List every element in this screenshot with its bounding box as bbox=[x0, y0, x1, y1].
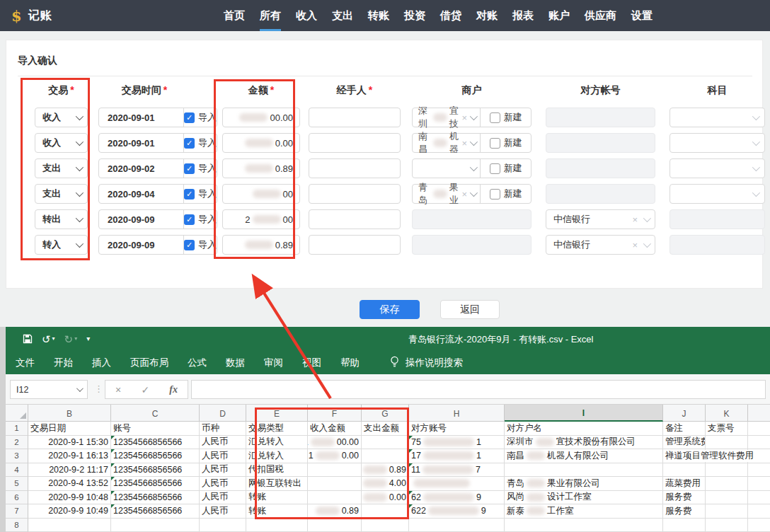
cell[interactable] bbox=[28, 519, 111, 532]
transaction-date-field[interactable]: 2020-09-09 bbox=[99, 240, 183, 250]
cell[interactable]: 账号 bbox=[111, 422, 200, 436]
merchant-select[interactable]: 深圳宜技× bbox=[413, 105, 480, 130]
cell[interactable] bbox=[362, 436, 409, 450]
merchant-select[interactable]: 青岛果业× bbox=[413, 181, 480, 207]
amount-input[interactable]: 0.00 bbox=[222, 133, 300, 153]
row-number[interactable]: 4 bbox=[6, 463, 28, 478]
new-merchant-group[interactable]: 新建 bbox=[481, 162, 531, 175]
name-box[interactable]: I12 bbox=[10, 380, 88, 399]
amount-input[interactable]: 0.89 bbox=[222, 158, 300, 178]
import-checkbox-group[interactable]: ✓导入 bbox=[184, 137, 217, 149]
row-number[interactable]: 1 bbox=[6, 422, 28, 436]
row-number[interactable]: 5 bbox=[6, 477, 28, 491]
undo-dropdown-icon[interactable]: ▾ bbox=[52, 336, 55, 342]
counterparty-account-select[interactable]: 中信银行× bbox=[546, 235, 655, 255]
cell[interactable]: 117 bbox=[409, 463, 505, 478]
cell[interactable]: 人民币 bbox=[200, 491, 246, 505]
cell[interactable]: 服务费 bbox=[663, 504, 706, 519]
cell[interactable]: 管理系统费 bbox=[663, 436, 706, 450]
row-number[interactable]: 7 bbox=[6, 504, 28, 519]
nav-item-投资[interactable]: 投资 bbox=[404, 0, 425, 31]
back-button[interactable]: 返回 bbox=[440, 300, 500, 319]
nav-item-转账[interactable]: 转账 bbox=[368, 0, 389, 31]
import-checkbox-group[interactable]: ✓导入 bbox=[184, 162, 217, 175]
ribbon-tab-插入[interactable]: 插入 bbox=[92, 357, 111, 369]
cell[interactable]: 12354566856566 bbox=[111, 477, 200, 491]
cell[interactable]: 12354566856566 bbox=[111, 449, 200, 463]
cell[interactable]: 2020-9-1 15:30 bbox=[28, 436, 111, 450]
customize-toolbar-icon[interactable]: ▾ bbox=[86, 335, 90, 342]
cell[interactable]: 南昌机器人有限公司 bbox=[505, 449, 663, 463]
cell[interactable] bbox=[308, 519, 362, 532]
chevron-down-icon[interactable] bbox=[76, 385, 84, 392]
new-merchant-checkbox[interactable] bbox=[490, 163, 500, 174]
ribbon-tab-开始[interactable]: 开始 bbox=[54, 357, 73, 369]
import-checkbox[interactable]: ✓ bbox=[184, 189, 195, 200]
cell[interactable]: 12354566856566 bbox=[111, 436, 200, 450]
import-checkbox-group[interactable]: ✓导入 bbox=[184, 213, 217, 226]
cell[interactable] bbox=[409, 519, 505, 532]
nav-item-收入[interactable]: 收入 bbox=[296, 0, 317, 31]
cell[interactable]: 收入金额 bbox=[308, 422, 362, 436]
subject-select[interactable] bbox=[670, 108, 765, 127]
merchant-select[interactable]: 南昌机器× bbox=[413, 130, 480, 156]
cell[interactable]: 人民币 bbox=[200, 463, 246, 478]
transaction-type-select[interactable]: 收入 bbox=[35, 133, 88, 153]
ribbon-tab-文件[interactable]: 文件 bbox=[16, 357, 35, 369]
import-checkbox[interactable]: ✓ bbox=[184, 163, 195, 174]
cell[interactable]: 汇兑转入 bbox=[246, 436, 308, 450]
ribbon-tab-帮助[interactable]: 帮助 bbox=[340, 357, 360, 369]
cell[interactable] bbox=[505, 463, 663, 478]
cancel-icon[interactable]: × bbox=[115, 384, 121, 395]
cell[interactable] bbox=[200, 519, 246, 532]
cell[interactable]: 2020-9-4 13:52 bbox=[28, 477, 111, 491]
cell[interactable] bbox=[111, 519, 200, 532]
subject-select[interactable] bbox=[670, 184, 765, 204]
new-merchant-checkbox[interactable] bbox=[490, 138, 500, 149]
column-header-I[interactable]: I bbox=[505, 405, 663, 422]
amount-input[interactable]: 0.89 bbox=[222, 235, 300, 255]
tell-me-search[interactable]: 操作说明搜索 bbox=[390, 356, 463, 370]
amount-input[interactable]: 00.00 bbox=[222, 108, 300, 127]
cell[interactable] bbox=[706, 477, 748, 491]
import-checkbox[interactable]: ✓ bbox=[184, 112, 195, 123]
new-merchant-group[interactable]: 新建 bbox=[481, 137, 531, 149]
cell[interactable]: 2020-9-1 16:13 bbox=[28, 449, 111, 463]
cell[interactable] bbox=[748, 504, 770, 519]
cell[interactable]: 人民币 bbox=[200, 477, 246, 491]
cell[interactable]: 深圳市宜技术股份有限公司 bbox=[505, 436, 663, 450]
cell[interactable]: 629 bbox=[409, 491, 505, 505]
enter-check-icon[interactable]: ✓ bbox=[141, 384, 149, 395]
row-number[interactable]: 2 bbox=[6, 436, 28, 450]
row-number[interactable]: 8 bbox=[6, 519, 28, 532]
cell[interactable]: 代扣国税 bbox=[246, 463, 308, 478]
import-checkbox[interactable]: ✓ bbox=[184, 214, 195, 225]
nav-item-首页[interactable]: 首页 bbox=[224, 0, 245, 31]
cell[interactable]: 2020-9-2 11:17 bbox=[28, 463, 111, 478]
nav-item-所有[interactable]: 所有 bbox=[260, 0, 281, 31]
new-merchant-checkbox[interactable] bbox=[490, 112, 500, 123]
cell[interactable]: 网银互联转出 bbox=[246, 477, 308, 491]
cell[interactable] bbox=[706, 436, 748, 450]
row-number[interactable]: 6 bbox=[6, 491, 28, 505]
transaction-date-field[interactable]: 2020-09-01 bbox=[99, 112, 183, 123]
cell[interactable]: 2020-9-9 10:48 bbox=[28, 491, 111, 505]
cell[interactable]: 4.00 bbox=[362, 477, 409, 491]
nav-item-账户[interactable]: 账户 bbox=[548, 0, 570, 31]
cell[interactable]: 6229 bbox=[409, 504, 505, 519]
new-merchant-checkbox[interactable] bbox=[490, 189, 500, 200]
cell[interactable]: 对方账号 bbox=[409, 422, 505, 436]
column-header-J[interactable]: J bbox=[663, 405, 706, 422]
cell[interactable] bbox=[246, 519, 308, 532]
cell[interactable]: 100.00 bbox=[308, 436, 362, 450]
import-checkbox-group[interactable]: ✓导入 bbox=[184, 111, 217, 124]
transaction-type-select[interactable]: 支出 bbox=[35, 158, 88, 178]
cell[interactable]: 转账 bbox=[246, 491, 308, 505]
cell[interactable]: 171 bbox=[409, 449, 505, 463]
clear-icon[interactable]: × bbox=[461, 112, 467, 123]
clear-icon[interactable]: × bbox=[461, 138, 467, 149]
handler-input[interactable] bbox=[309, 158, 401, 178]
cell[interactable]: 12354566856566 bbox=[111, 491, 200, 505]
column-header-F[interactable]: F bbox=[308, 405, 362, 422]
clear-icon[interactable]: × bbox=[461, 189, 467, 200]
